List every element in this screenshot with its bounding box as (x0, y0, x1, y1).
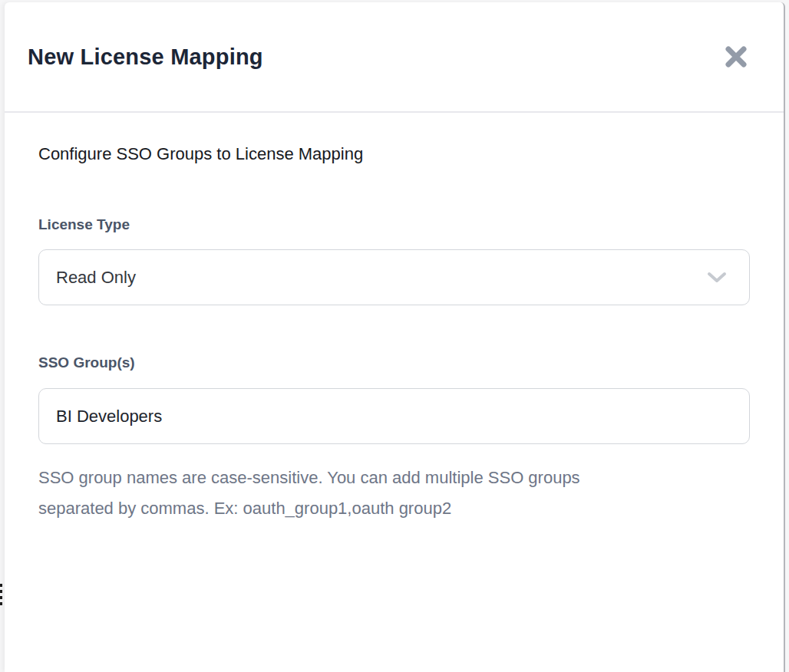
form-heading: Configure SSO Groups to License Mapping (38, 143, 749, 165)
chevron-down-icon (706, 272, 728, 284)
page-background: New License Mapping Configure SSO Groups… (0, 0, 789, 672)
sso-groups-helper-text: SSO group names are case-sensitive. You … (38, 463, 749, 524)
license-type-label: License Type (38, 216, 749, 232)
modal-title: New License Mapping (28, 44, 263, 70)
sso-groups-input[interactable] (38, 388, 750, 444)
background-dash (0, 602, 2, 605)
modal-body: Configure SSO Groups to License Mapping … (5, 113, 784, 524)
license-type-selected-value: Read Only (56, 268, 136, 288)
background-dash (0, 590, 2, 593)
license-type-field: License Type Read Only (38, 216, 749, 305)
background-artifact (0, 584, 3, 608)
license-type-select[interactable]: Read Only (38, 249, 750, 305)
modal-header: New License Mapping (5, 2, 784, 113)
background-dash (0, 584, 2, 587)
sso-groups-field: SSO Group(s) SSO group names are case-se… (38, 354, 749, 524)
sso-groups-label: SSO Group(s) (38, 354, 749, 371)
close-icon (725, 45, 748, 68)
helper-line-2: separated by commas. Ex: oauth_group1,oa… (38, 493, 749, 524)
helper-line-1: SSO group names are case-sensitive. You … (38, 463, 749, 493)
new-license-mapping-modal: New License Mapping Configure SSO Groups… (5, 2, 785, 672)
close-button[interactable] (721, 41, 751, 72)
background-dash (0, 596, 2, 599)
